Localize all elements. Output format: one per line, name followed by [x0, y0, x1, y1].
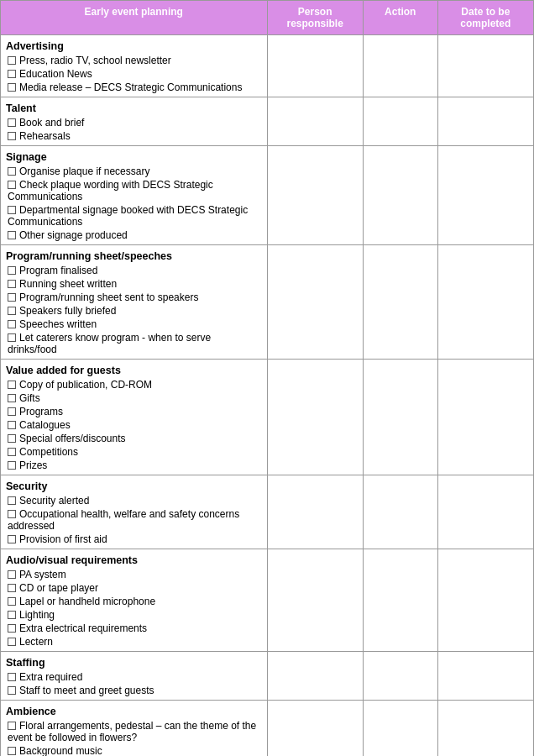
item-label: Competitions: [19, 446, 78, 458]
item-text: Other signage produced: [1, 228, 268, 245]
checkbox-icon[interactable]: [8, 293, 16, 302]
item-text: Background music: [1, 744, 268, 756]
section-title: Value added for guests: [1, 360, 268, 379]
item-label: Book and brief: [19, 117, 84, 129]
item-label: Press, radio TV, school newsletter: [19, 55, 171, 66]
section-date-cell: [437, 701, 533, 757]
section-action-cell: [363, 245, 437, 360]
checkbox-icon[interactable]: [8, 206, 16, 214]
checkbox-icon[interactable]: [8, 381, 16, 389]
section-header: Advertising: [1, 35, 534, 55]
section-action-cell: [363, 360, 437, 475]
checkbox-icon[interactable]: [8, 570, 16, 579]
item-label: Security alerted: [19, 495, 89, 507]
header-main: Early event planning: [1, 1, 268, 35]
item-label: Check plaque wording with DECS Strategic…: [8, 179, 213, 202]
item-label: Staff to meet and greet guests: [19, 685, 154, 696]
header-action: Action: [363, 1, 437, 35]
item-label: Running sheet written: [19, 278, 117, 290]
checkbox-icon[interactable]: [8, 70, 16, 78]
checkbox-icon[interactable]: [8, 624, 16, 633]
checkbox-icon[interactable]: [8, 461, 16, 470]
checkbox-icon[interactable]: [8, 597, 16, 606]
checkbox-icon[interactable]: [8, 307, 16, 315]
checkbox-icon[interactable]: [8, 638, 16, 646]
item-text: Competitions: [1, 445, 268, 459]
section-date-cell: [437, 652, 533, 701]
item-label: Copy of publication, CD-ROM: [19, 379, 152, 391]
checkbox-icon[interactable]: [8, 686, 16, 695]
checkbox-icon[interactable]: [8, 448, 16, 456]
checkbox-icon[interactable]: [8, 722, 16, 730]
item-text: Lectern: [1, 635, 268, 652]
item-text: Book and brief: [1, 116, 268, 129]
checkbox-icon[interactable]: [8, 56, 16, 65]
item-text: Lighting: [1, 608, 268, 622]
checkbox-icon[interactable]: [8, 535, 16, 543]
checkbox-icon[interactable]: [8, 333, 16, 342]
checkbox-icon[interactable]: [8, 83, 16, 92]
item-text: Catalogues: [1, 418, 268, 432]
checkbox-icon[interactable]: [8, 673, 16, 681]
item-label: Let caterers know program - when to serv…: [8, 332, 211, 355]
section-title: Program/running sheet/speeches: [1, 245, 268, 265]
section-header: Program/running sheet/speeches: [1, 245, 534, 265]
checkbox-icon[interactable]: [8, 394, 16, 402]
item-text: Prizes: [1, 459, 268, 475]
item-text: Lapel or handheld microphone: [1, 595, 268, 608]
section-title: Security: [1, 475, 268, 495]
checkbox-icon[interactable]: [8, 407, 16, 416]
section-header: Value added for guests: [1, 360, 534, 379]
checkbox-icon[interactable]: [8, 118, 16, 127]
section-title: Audio/visual requirements: [1, 549, 268, 569]
checkbox-icon[interactable]: [8, 584, 16, 592]
section-person-cell: [267, 549, 363, 652]
section-person-cell: [267, 360, 363, 475]
section-date-cell: [437, 360, 533, 475]
item-text: PA system: [1, 568, 268, 581]
section-header: Staffing: [1, 652, 534, 671]
checkbox-icon[interactable]: [8, 747, 16, 755]
checkbox-icon[interactable]: [8, 132, 16, 140]
section-title: Staffing: [1, 652, 268, 671]
item-label: Organise plaque if necessary: [19, 165, 149, 177]
section-title: Talent: [1, 97, 268, 117]
checkbox-icon[interactable]: [8, 510, 16, 518]
item-label: Rehearsals: [19, 130, 71, 142]
section-person-cell: [267, 652, 363, 701]
section-title: Signage: [1, 146, 268, 165]
section-date-cell: [437, 146, 533, 245]
item-text: Security alerted: [1, 494, 268, 507]
planning-table: Early event planning Person responsible …: [0, 0, 534, 756]
item-label: Catalogues: [19, 419, 71, 431]
item-label: Programs: [19, 406, 63, 417]
item-text: Let caterers know program - when to serv…: [1, 331, 268, 360]
checkbox-icon[interactable]: [8, 434, 16, 443]
item-label: PA system: [19, 569, 66, 580]
section-date-cell: [437, 35, 533, 97]
item-label: Education News: [19, 68, 92, 80]
item-label: Extra required: [19, 671, 82, 683]
item-label: Program/running sheet sent to speakers: [19, 291, 198, 303]
checkbox-icon[interactable]: [8, 320, 16, 328]
section-header: Audio/visual requirements: [1, 549, 534, 569]
checkbox-icon[interactable]: [8, 167, 16, 176]
section-header: Talent: [1, 97, 534, 117]
item-label: Media release – DECS Strategic Communica…: [19, 81, 242, 93]
checkbox-icon[interactable]: [8, 181, 16, 189]
item-label: Lapel or handheld microphone: [19, 596, 155, 607]
checkbox-icon[interactable]: [8, 266, 16, 275]
checkbox-icon[interactable]: [8, 496, 16, 505]
checkbox-icon[interactable]: [8, 421, 16, 429]
item-text: Running sheet written: [1, 277, 268, 291]
section-header: Ambience: [1, 701, 534, 720]
item-text: Program/running sheet sent to speakers: [1, 291, 268, 304]
header-date: Date to be completed: [437, 1, 533, 35]
item-label: Prizes: [19, 459, 47, 471]
item-label: CD or tape player: [19, 582, 98, 594]
item-label: Gifts: [19, 392, 40, 404]
checkbox-icon[interactable]: [8, 231, 16, 239]
checkbox-icon[interactable]: [8, 611, 16, 619]
checkbox-icon[interactable]: [8, 280, 16, 288]
item-text: Rehearsals: [1, 129, 268, 146]
